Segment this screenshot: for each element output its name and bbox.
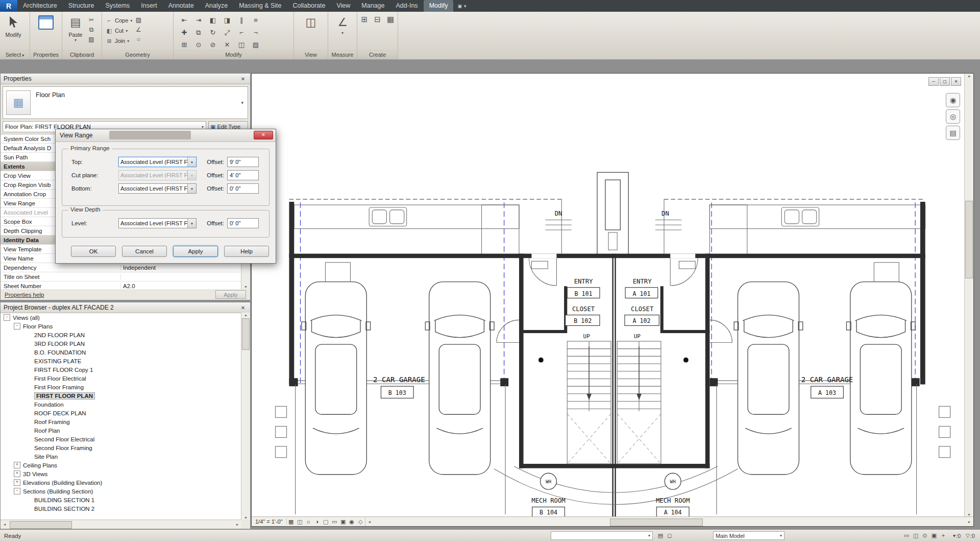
split-element-icon[interactable]: ∥ xyxy=(236,15,247,26)
create-assembly-icon[interactable]: ▦ xyxy=(385,13,396,50)
type-selector[interactable]: ▦ Floor Plan ▾ xyxy=(3,86,248,119)
tree-item[interactable]: Second Floor Electrical xyxy=(1,435,241,443)
tree-item[interactable]: 2ND FLOOR PLAN xyxy=(1,331,241,339)
analytical-model-icon[interactable]: ◇ xyxy=(356,519,365,525)
select-by-face-icon[interactable]: ▣ xyxy=(929,532,939,539)
application-menu-button[interactable]: R xyxy=(0,0,17,12)
cancel-button[interactable]: Cancel xyxy=(122,246,167,257)
ribbon-tab[interactable]: Modify xyxy=(424,0,454,12)
room-tag[interactable]: A 103 xyxy=(818,389,836,396)
match-type-icon[interactable]: ▨ xyxy=(87,35,95,43)
steering-wheel-icon[interactable]: ◉ xyxy=(946,93,960,107)
minimize-icon[interactable]: ─ xyxy=(928,77,939,86)
property-row[interactable]: Sheet Number A2.0 xyxy=(1,281,241,289)
ribbon-tab[interactable]: Add-Ins xyxy=(390,0,424,12)
close-icon[interactable]: ✕ xyxy=(239,76,247,82)
scroll-down-icon[interactable]: ▾ xyxy=(244,285,247,289)
scroll-right-icon[interactable]: ▸ xyxy=(233,522,241,527)
tree-item[interactable]: - Views (all) xyxy=(1,313,241,322)
demolish-icon[interactable]: ∠ xyxy=(134,26,142,34)
active-workset-combobox[interactable]: ▾ xyxy=(551,531,653,540)
tree-item[interactable]: Roof Framing xyxy=(1,417,241,426)
chevron-down-icon[interactable]: ▾ xyxy=(187,219,196,228)
scroll-up-icon[interactable]: ▴ xyxy=(968,74,970,78)
view-range-dialog-titlebar[interactable]: View Range ✕ xyxy=(56,129,276,142)
scroll-down-icon[interactable]: ▾ xyxy=(244,515,247,520)
copy-icon[interactable]: ⧉ xyxy=(87,26,95,34)
level-combobox[interactable]: Associated Level (FIRST FL ▾ xyxy=(118,170,197,180)
rotate-icon[interactable]: ↻ xyxy=(207,27,218,38)
scrollbar-thumb[interactable] xyxy=(610,519,703,526)
cope-button[interactable]: ⌐ Cope ▾ xyxy=(104,15,134,26)
browser-vscrollbar[interactable]: ▴ ▾ xyxy=(241,313,250,520)
tree-expander-icon[interactable]: + xyxy=(14,462,20,468)
chevron-down-icon[interactable]: ▾ xyxy=(187,171,196,180)
close-icon[interactable]: ✕ xyxy=(951,77,961,86)
tree-item[interactable]: Site Plan xyxy=(1,452,241,461)
browser-hscrollbar[interactable]: ◂ ▸ xyxy=(1,520,241,529)
offset-icon[interactable]: ⇥ xyxy=(193,15,204,26)
property-row[interactable]: Dependency Independent xyxy=(1,263,241,272)
scroll-left-icon[interactable]: ◂ xyxy=(1,522,9,527)
scrollbar-thumb[interactable] xyxy=(242,318,250,350)
editable-only-icon[interactable]: ◻ xyxy=(665,532,674,539)
tree-item[interactable]: FIRST FLOOR Copy 1 xyxy=(1,365,241,374)
select-underlay-icon[interactable]: ◫ xyxy=(911,532,920,539)
ok-button[interactable]: OK xyxy=(71,246,116,257)
tree-expander-icon[interactable]: - xyxy=(14,323,20,330)
room-tag[interactable]: B 103 xyxy=(388,389,406,396)
tree-item[interactable]: First Floor Framing xyxy=(1,383,241,391)
scroll-up-icon[interactable]: ▴ xyxy=(244,313,247,317)
join-geometry-icon[interactable]: ◫ xyxy=(236,39,247,51)
delete-icon[interactable]: ✕ xyxy=(222,39,233,51)
align-icon[interactable]: ⇤ xyxy=(179,15,190,26)
property-row[interactable]: Title on Sheet xyxy=(1,272,241,281)
trim-extend-icon[interactable]: ¬ xyxy=(250,27,261,38)
level-combobox[interactable]: Associated Level (FIRST FL ▾ xyxy=(118,218,197,228)
properties-apply-button[interactable]: Apply xyxy=(215,290,246,299)
temporary-hide-isolate-icon[interactable]: ▣ xyxy=(339,519,348,525)
ribbon-tab[interactable]: View xyxy=(331,0,356,12)
level-combobox[interactable]: Associated Level (FIRST FL ▾ xyxy=(118,183,197,194)
select-pinned-icon[interactable]: ⊙ xyxy=(920,532,929,539)
restore-icon[interactable]: ▢ xyxy=(940,77,950,86)
project-browser-header[interactable]: Project Browser - duplex ALT FACADE 2 ✕ xyxy=(1,302,250,313)
ribbon-tab[interactable]: Annotate xyxy=(163,0,200,12)
mirror-draw-axis-icon[interactable]: ◨ xyxy=(222,15,233,26)
tree-item[interactable]: + Elevations (Building Elevation) xyxy=(1,478,241,487)
tree-item[interactable]: Second Floor Framing xyxy=(1,443,241,452)
exclusion-badge[interactable]: ▾ :0 xyxy=(953,533,961,539)
close-icon[interactable]: ✕ xyxy=(239,305,247,311)
room-tag[interactable]: B 101 xyxy=(575,290,593,297)
up-label[interactable]: UP xyxy=(634,333,641,340)
select-panel-label[interactable]: Select▾ xyxy=(0,50,30,59)
properties-help-link[interactable]: Properties help xyxy=(5,292,44,298)
mirror-pick-axis-icon[interactable]: ◧ xyxy=(207,15,218,26)
move-icon[interactable]: ✚ xyxy=(179,27,190,38)
closet-label[interactable]: CLOSET xyxy=(572,305,595,313)
tree-item[interactable]: - Sections (Building Section) xyxy=(1,487,241,496)
scroll-left-icon[interactable]: ◂ xyxy=(365,520,374,524)
help-button[interactable]: Help xyxy=(224,246,269,257)
mech-room-label[interactable]: MECH ROOM xyxy=(656,497,690,504)
ribbon-options-icon[interactable]: ▣ xyxy=(457,4,462,9)
mech-room-label[interactable]: MECH ROOM xyxy=(531,497,565,504)
zoom-icon[interactable]: ◎ xyxy=(946,109,960,124)
select-links-icon[interactable]: ▭ xyxy=(902,532,911,539)
pin-icon[interactable]: ⊙ xyxy=(193,39,204,51)
tree-item[interactable]: Roof Plan xyxy=(1,426,241,435)
tree-item[interactable]: BUILDING SECTION 2 xyxy=(1,504,241,513)
tree-item[interactable]: EXISTING PLATE xyxy=(1,357,241,365)
garage-label[interactable]: 2 CAR GARAGE xyxy=(801,375,853,384)
drawing-canvas[interactable]: DN DN ENTRY ENTRY B 101 A 101 CLOSET CLO… xyxy=(251,73,974,527)
room-tag[interactable]: B 102 xyxy=(574,317,592,324)
tree-expander-icon[interactable]: - xyxy=(14,488,20,495)
chevron-down-icon[interactable]: ▾ xyxy=(187,157,196,167)
room-tag[interactable]: A 104 xyxy=(664,509,682,516)
view-button[interactable]: ◫ xyxy=(299,13,323,50)
ribbon-tab[interactable]: Analyze xyxy=(200,0,233,12)
offset-input[interactable]: 0' 0" xyxy=(227,218,259,228)
scrollbar-thumb[interactable] xyxy=(10,521,72,529)
tree-item[interactable]: 3RD FLOOR PLAN xyxy=(1,339,241,348)
offset-input[interactable]: 0' 0" xyxy=(227,183,259,194)
